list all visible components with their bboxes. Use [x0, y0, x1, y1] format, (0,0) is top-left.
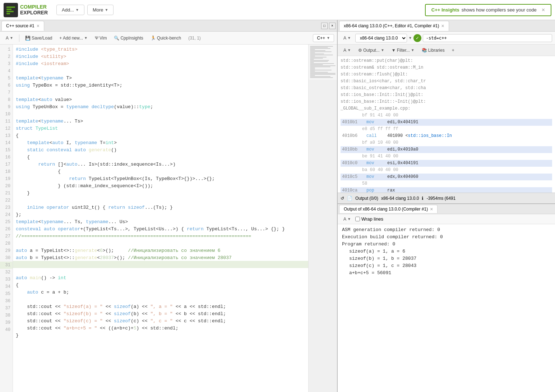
refresh-icon[interactable]: ↺: [341, 196, 344, 201]
code-text[interactable]: #include <type_traits> #include <utility…: [13, 45, 308, 392]
wrap-lines-label[interactable]: Wrap lines: [355, 216, 383, 222]
more-label: More: [93, 7, 103, 13]
asm-line: 4010ca pop rax: [341, 187, 552, 193]
asm-line: bf 91 41 40 00: [341, 112, 552, 119]
vim-icon: Ψ: [95, 36, 98, 41]
svg-rect-1: [6, 9, 11, 10]
output-panel: Output of x86-64 clang 13.0.0 (Compiler …: [338, 203, 555, 293]
output-tab-label: Output of x86-64 clang 13.0.0 (Compiler …: [344, 207, 428, 212]
compiler-selector[interactable]: x86-64 clang 13.0.0: [355, 34, 407, 42]
compiler-font-icon: A: [343, 36, 346, 41]
quickbench-icon: 🏃: [151, 36, 156, 41]
maximize-button[interactable]: ×: [329, 23, 336, 29]
source-tab-label: C++ source #1: [6, 23, 34, 28]
filter-icon: ▼: [392, 48, 396, 53]
line-numbers: 12345 678910 1112131415 1617181920 21222…: [0, 45, 13, 392]
add-new-label: + Add new...: [59, 36, 83, 41]
logo-compiler: COMPILER: [20, 4, 48, 10]
compiler-tab-close[interactable]: ×: [441, 23, 444, 29]
asm-line: std::ostream& std::ostream::M_in: [341, 64, 552, 71]
banner-text: shows how compilers see your code: [462, 7, 537, 13]
save-icon: 💾: [25, 36, 31, 41]
asm-filter-button[interactable]: ▼ Filter... ▼: [389, 47, 417, 54]
output-tab-close[interactable]: ×: [430, 206, 433, 212]
source-tab-bar: C++ source #1 × □ ×: [0, 20, 337, 32]
editor-toolbar: A ▼ 💾 Save/Load + Add new... ▼ Ψ Vim 🔍 C…: [0, 32, 337, 45]
output-tab-bar: Output of x86-64 clang 13.0.0 (Compiler …: [338, 204, 555, 214]
asm-line: _GLOBAL__sub_I_example.cpp:: [341, 105, 552, 112]
cppinsights-label: CppInsights: [120, 36, 143, 41]
font-chevron-icon: ▼: [10, 36, 13, 40]
asm-output-label: Output...: [363, 48, 380, 53]
vim-button[interactable]: Ψ Vim: [92, 34, 110, 42]
right-panel: x86-64 clang 13.0.0 (C++, Editor #1, Com…: [338, 20, 555, 392]
asm-filter-chevron-icon: ▼: [411, 48, 415, 52]
asm-line: ba 60 40 40 00: [341, 167, 552, 174]
source-tab-close[interactable]: ×: [37, 23, 40, 29]
cursor-position: (31, 1): [185, 34, 204, 42]
font-icon: A: [6, 36, 9, 41]
cppinsights-button[interactable]: 🔍 CppInsights: [111, 34, 146, 42]
asm-line: std::basic_ostream<char, std::cha: [341, 85, 552, 92]
asm-font-icon: A: [343, 48, 346, 53]
output-tab[interactable]: Output of x86-64 clang 13.0.0 (Compiler …: [339, 205, 438, 213]
font-size-button[interactable]: A ▼: [3, 34, 16, 42]
compiler-font-button[interactable]: A ▼: [341, 34, 354, 42]
asm-add-button[interactable]: +: [449, 47, 457, 54]
compiler-tab[interactable]: x86-64 clang 13.0.0 (C++, Editor #1, Com…: [339, 21, 449, 31]
asm-line: 4010bb mov edi,0x4010a0: [341, 146, 552, 153]
compiler-tab-label: x86-64 clang 13.0.0 (C++, Editor #1, Com…: [344, 23, 439, 28]
asm-line: be 91 41 40 00: [341, 153, 552, 160]
toolbar-separator-1: [19, 34, 19, 42]
asm-line: bf a0 10 40 00: [341, 139, 552, 146]
info-icon: ℹ: [422, 196, 424, 201]
output-line-3: Program returned: 0: [342, 241, 551, 248]
window-buttons: □ ×: [321, 23, 336, 29]
asm-output: std::ostream::put(char)@plt: std::ostrea…: [338, 56, 555, 193]
language-selector[interactable]: C++ ▼: [313, 34, 334, 42]
cppinsights-banner: C++ Insights shows how compilers see you…: [425, 4, 551, 16]
asm-font-button[interactable]: A ▼: [341, 47, 354, 54]
quickbench-button[interactable]: 🏃 Quick-bench: [148, 34, 184, 42]
code-editor[interactable]: 12345 678910 1112131415 1617181920 21222…: [0, 45, 337, 392]
output-font-button[interactable]: A ▼: [341, 216, 354, 223]
compiler-font-chevron-icon: ▼: [347, 36, 351, 40]
asm-line: 4010c0 mov esi,0x404191: [341, 160, 552, 167]
asm-add-icon: +: [452, 48, 454, 53]
asm-line: std::ostream::flush()@plt:: [341, 71, 552, 78]
output-line-7: a+b+c+5 = 56091: [342, 269, 551, 277]
asm-line: 4010b6 call 401090 <std::ios_base::In: [341, 133, 552, 139]
svg-rect-0: [6, 6, 15, 8]
cppinsights-icon: 🔍: [114, 36, 119, 41]
libraries-icon: 📚: [422, 48, 427, 53]
wrap-lines-checkbox[interactable]: [355, 217, 360, 221]
more-button[interactable]: More ▼: [87, 5, 114, 15]
cppinsights-link[interactable]: C++ Insights: [431, 7, 459, 13]
save-load-button[interactable]: 💾 Save/Load: [22, 34, 55, 42]
banner-close-button[interactable]: ×: [542, 7, 545, 13]
add-button[interactable]: Add... ▼: [56, 5, 84, 15]
svg-rect-3: [6, 13, 10, 14]
output-line-1: ASM generation compiler returned: 0: [342, 226, 551, 234]
asm-line: 58: [341, 180, 552, 187]
minimize-button[interactable]: □: [321, 23, 328, 29]
asm-output-button[interactable]: ⚙ Output... ▼: [355, 47, 387, 54]
compiler-toolbar: A ▼ x86-64 clang 13.0.0 ▼ ✓: [338, 32, 555, 45]
source-tab[interactable]: C++ source #1 ×: [1, 21, 44, 31]
minimap: [308, 45, 337, 392]
asm-line: std::ostream::put(char)@plt:: [341, 57, 552, 64]
compiler-arrow-icon: ▼: [408, 36, 412, 40]
asm-line: 4010c5 mov edx,0x404060: [341, 174, 552, 180]
left-panel: C++ source #1 × □ × A ▼ 💾 Save/Load + Ad…: [0, 20, 338, 392]
output-toolbar: A ▼ Wrap lines: [338, 214, 555, 224]
add-new-button[interactable]: + Add new... ▼: [56, 34, 91, 42]
svg-rect-2: [6, 11, 14, 12]
asm-toolbar: A ▼ ⚙ Output... ▼ ▼ Filter... ▼ 📚 Librar…: [338, 45, 555, 56]
lang-label: C++: [317, 36, 325, 41]
timing-label: -3954ms (6491: [426, 196, 455, 201]
asm-line: std::ios_base::Init::~Init()@plt:: [341, 98, 552, 105]
compiler-flags-input[interactable]: [423, 34, 552, 42]
asm-libraries-label: Libraries: [428, 48, 445, 53]
asm-libraries-button[interactable]: 📚 Libraries: [419, 47, 448, 54]
more-chevron-icon: ▼: [105, 8, 108, 12]
